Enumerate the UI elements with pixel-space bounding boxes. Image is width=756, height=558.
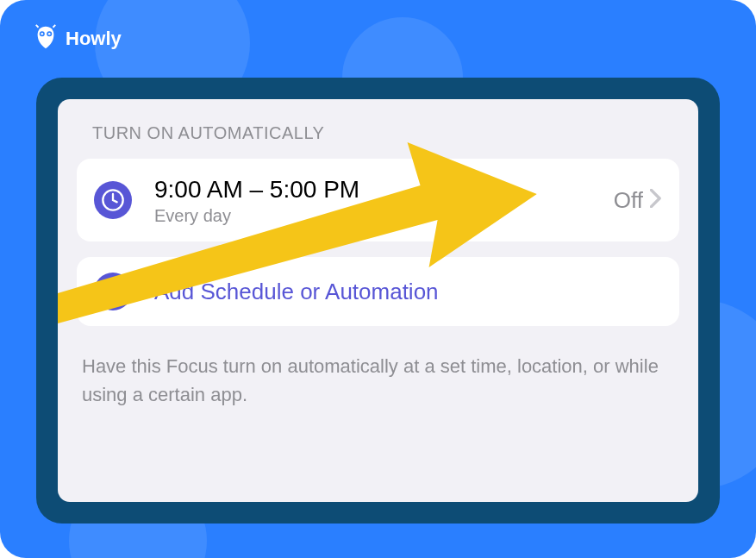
section-header: TURN ON AUTOMATICALLY — [77, 123, 679, 143]
plus-icon — [94, 273, 132, 310]
schedule-content: 9:00 AM – 5:00 PM Every day — [154, 174, 614, 226]
clock-icon — [94, 181, 132, 219]
settings-panel: TURN ON AUTOMATICALLY 9:00 AM – 5:00 PM … — [58, 99, 698, 502]
svg-point-2 — [41, 33, 43, 35]
brand-name: Howly — [66, 28, 122, 50]
schedule-trailing: Off — [614, 187, 662, 214]
owl-icon — [33, 24, 59, 53]
settings-list: 9:00 AM – 5:00 PM Every day Off — [77, 159, 679, 326]
schedule-repeat: Every day — [154, 206, 614, 226]
add-row-content: Add Schedule or Automation — [154, 279, 662, 305]
schedule-row[interactable]: 9:00 AM – 5:00 PM Every day Off — [77, 159, 679, 241]
add-schedule-label: Add Schedule or Automation — [154, 279, 662, 305]
device-frame: TURN ON AUTOMATICALLY 9:00 AM – 5:00 PM … — [36, 78, 720, 524]
schedule-time-range: 9:00 AM – 5:00 PM — [154, 174, 614, 204]
brand-logo: Howly — [33, 24, 122, 53]
section-footer: Have this Focus turn on automatically at… — [77, 352, 679, 409]
chevron-right-icon — [650, 189, 662, 211]
outer-frame: Howly TURN ON AUTOMATICALLY 9:00 AM – 5:… — [0, 0, 756, 558]
svg-point-3 — [48, 33, 51, 35]
schedule-status: Off — [614, 187, 643, 214]
add-schedule-row[interactable]: Add Schedule or Automation — [77, 257, 679, 326]
